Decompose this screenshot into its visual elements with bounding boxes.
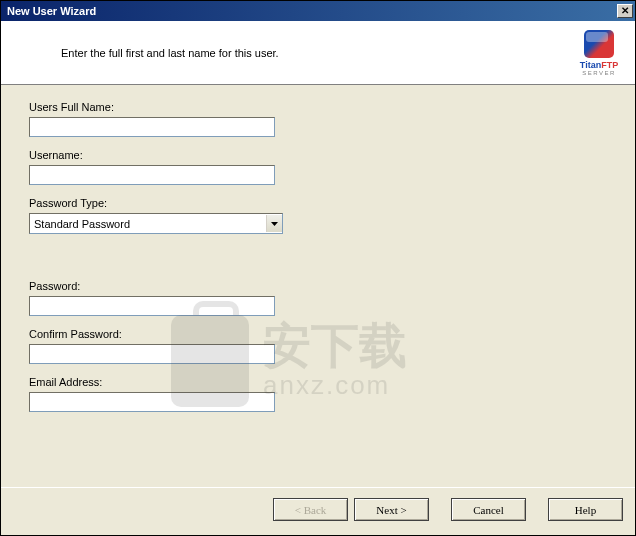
confirm-group: Confirm Password: [29,328,607,364]
logo-icon [584,30,614,58]
fullname-group: Users Full Name: [29,101,607,137]
wizard-header: Enter the full first and last name for t… [1,21,635,85]
password-label: Password: [29,280,607,292]
email-label: Email Address: [29,376,607,388]
chevron-down-icon [266,215,282,232]
email-input[interactable] [29,392,275,412]
window-title: New User Wizard [7,5,617,17]
next-button[interactable]: Next > [354,498,429,521]
email-group: Email Address: [29,376,607,412]
cancel-button[interactable]: Cancel [451,498,526,521]
logo-subtitle: SERVER [582,70,616,76]
logo-text: TitanFTP [580,60,618,70]
wizard-content: Users Full Name: Username: Password Type… [1,85,635,487]
back-button[interactable]: < Back [273,498,348,521]
help-button[interactable]: Help [548,498,623,521]
titlebar: New User Wizard ✕ [1,1,635,21]
pwdtype-label: Password Type: [29,197,607,209]
pwdtype-group: Password Type: Standard Password [29,197,607,234]
confirm-label: Confirm Password: [29,328,607,340]
password-group: Password: [29,280,607,316]
close-button[interactable]: ✕ [617,4,633,18]
username-group: Username: [29,149,607,185]
fullname-label: Users Full Name: [29,101,607,113]
username-input[interactable] [29,165,275,185]
instruction-text: Enter the full first and last name for t… [61,47,575,59]
wizard-window: New User Wizard ✕ Enter the full first a… [0,0,636,536]
fullname-input[interactable] [29,117,275,137]
titanftp-logo: TitanFTP SERVER [575,30,623,76]
wizard-footer: < Back Next > Cancel Help [1,487,635,535]
pwdtype-select[interactable]: Standard Password [29,213,283,234]
username-label: Username: [29,149,607,161]
password-input[interactable] [29,296,275,316]
confirm-input[interactable] [29,344,275,364]
pwdtype-value: Standard Password [30,218,266,230]
